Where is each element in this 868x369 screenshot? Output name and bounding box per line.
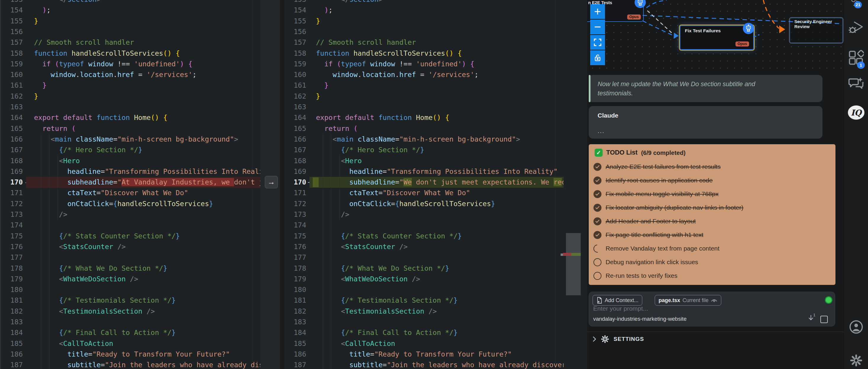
code-line[interactable]: 181 {/* Testimonials Section */} [0, 295, 260, 306]
code-line[interactable]: 186 title="Ready to Transform Your Futur… [285, 349, 564, 360]
code-line[interactable]: 178 {/* What We Do Section */} [285, 263, 564, 274]
code-line[interactable]: 168 <Hero [285, 155, 564, 166]
code-line[interactable]: 172 onCtaClick={handleScrollToServices} [285, 198, 564, 209]
code-line[interactable]: 162} [285, 91, 564, 102]
code-line[interactable]: 161 } [285, 80, 564, 91]
account-icon[interactable] [844, 320, 868, 334]
code-line[interactable]: 160 window.location.href = '/services'; [0, 69, 260, 80]
code-line[interactable]: 153 </section> [0, 0, 260, 5]
stop-button[interactable] [820, 316, 828, 323]
line-number: 165 [285, 123, 306, 134]
code-line[interactable]: 171 ctaText="Discover What We Do" [285, 188, 564, 198]
code-line[interactable]: 174 [285, 220, 564, 231]
code-line[interactable]: 173 /> [0, 209, 260, 220]
debug-run-icon[interactable] [844, 20, 868, 35]
code-line[interactable]: 164export default function Home() { [285, 112, 564, 123]
code-line[interactable]: 163 [285, 102, 564, 113]
code-line[interactable]: 177 [285, 252, 564, 263]
current-file-chip[interactable]: page.tsx Current file [655, 295, 721, 306]
code-line[interactable]: 168 <Hero [0, 155, 260, 166]
code-line[interactable]: 155} [285, 16, 564, 27]
code-line[interactable]: 172 onCtaClick={handleScrollToServices} [0, 198, 260, 209]
fit-view-button[interactable] [590, 35, 605, 50]
code-line[interactable]: 161 } [0, 80, 260, 91]
code-line[interactable]: 157// Smooth scroll handler [0, 37, 260, 48]
code-line[interactable]: 159 if (typeof window !== 'undefined') { [285, 59, 564, 69]
code-line[interactable]: 154 ); [0, 5, 260, 16]
code-line[interactable]: 179 <WhatWeDoSection /> [285, 274, 564, 285]
iq-logo[interactable]: IQ [848, 106, 864, 120]
code-line[interactable]: 162} [0, 91, 260, 102]
code-line[interactable]: 154 ); [285, 5, 564, 16]
diff-pane-modified[interactable]: 153 </section>154 );155}156157// Smooth … [285, 0, 564, 369]
iq-logo[interactable]: IQ [844, 106, 868, 120]
code-line[interactable]: 164export default function Home() { [0, 112, 260, 123]
code-line[interactable]: 153 </section> [285, 0, 564, 5]
chat-sparkles-icon[interactable] [844, 77, 868, 92]
accept-change-button[interactable]: → [265, 176, 278, 188]
prompt-composer[interactable]: Add Context... page.tsx Current file Ent… [589, 292, 835, 327]
queue-download-icon[interactable]: 1 [807, 314, 814, 322]
code-line[interactable]: 171 ctaText="Discover What We Do" [0, 188, 260, 198]
code-line[interactable]: 184 {/* Final Call to Action */} [0, 327, 260, 338]
code-line[interactable]: 167 {/* Hero Section */} [285, 144, 564, 155]
code-line[interactable]: 187 subtitle="Join the leaders who have … [285, 360, 564, 369]
zoom-in-button[interactable] [590, 4, 605, 19]
code-line[interactable]: 183 [285, 317, 564, 328]
code-line[interactable]: 170+ subheadline="We don't just meet exp… [285, 177, 564, 188]
code-line[interactable]: 178 {/* What We Do Section */} [0, 263, 260, 274]
code-line[interactable]: 187 subtitle="Join the leaders who have … [0, 360, 260, 369]
code-line[interactable]: 166 <main className="min-h-screen bg-bac… [0, 134, 260, 145]
code-line[interactable]: 185 <CallToAction [0, 338, 260, 349]
code-line[interactable]: 167 {/* Hero Section */} [0, 144, 260, 155]
diff-sign [306, 188, 316, 198]
code-line[interactable]: 182 <TestimonialsSection /> [285, 306, 564, 317]
code-line[interactable]: 173 /> [285, 209, 564, 220]
code-line[interactable]: 157// Smooth scroll handler [285, 37, 564, 48]
code-line[interactable]: 159 if (typeof window !== 'undefined') { [0, 59, 260, 69]
code-line[interactable]: 163 [0, 102, 260, 113]
line-number: 184 [285, 327, 306, 338]
settings-section-toggle[interactable]: SETTINGS [592, 335, 644, 343]
zoom-out-button[interactable] [590, 20, 605, 34]
code-line[interactable]: 165 return ( [0, 123, 260, 134]
code-line[interactable]: 176 <StatsCounter /> [0, 242, 260, 252]
code-line[interactable]: 180 [285, 284, 564, 295]
code-line[interactable]: 177 [0, 252, 260, 263]
code-line[interactable]: 158function handleScrollToServices() { [0, 48, 260, 59]
indent-guide [339, 155, 340, 220]
code-line[interactable]: 185 <CallToAction [285, 338, 564, 349]
code-line[interactable]: 174 [0, 220, 260, 231]
code-line[interactable]: 179 <WhatWeDoSection /> [0, 274, 260, 285]
diff-sign [23, 274, 34, 285]
diff-pane-original[interactable]: 153 </section>154 );155}156157// Smooth … [0, 0, 260, 369]
workflow-canvas[interactable]: Fix Test Failures Security Engineer Revi… [587, 0, 844, 74]
diff-sign [306, 80, 316, 91]
code-line[interactable]: 169 headline="Transforming Possibilities… [0, 166, 260, 177]
code-line[interactable]: 158function handleScrollToServices() { [285, 48, 564, 59]
code-line[interactable]: 180 [0, 284, 260, 295]
code-line[interactable]: 155} [0, 16, 260, 27]
code-line[interactable]: 166 <main className="min-h-screen bg-bac… [285, 134, 564, 145]
code-line[interactable]: 181 {/* Testimonials Section */} [285, 295, 564, 306]
code-line[interactable]: 156 [0, 26, 260, 37]
code-line[interactable]: 156 [285, 26, 564, 37]
code-line[interactable]: 169 headline="Transforming Possibilities… [285, 166, 564, 177]
add-context-button[interactable]: Add Context... [593, 295, 642, 306]
settings-gear-icon[interactable] [844, 353, 868, 367]
code-line[interactable]: 186 title="Ready to Transform Your Futur… [0, 349, 260, 360]
scrollbar-thumb[interactable] [566, 233, 581, 295]
prompt-input[interactable]: Enter your prompt... [593, 305, 648, 312]
code-line[interactable]: 165 return ( [285, 123, 564, 134]
lock-button[interactable] [590, 50, 605, 65]
todo-list-card: ✓ TODO List (6/9 completed) Analyze E2E … [589, 144, 835, 285]
diff-sign [23, 166, 34, 177]
code-line[interactable]: 182 <TestimonialsSection /> [0, 306, 260, 317]
code-line[interactable]: 175 {/* Stats Counter Section */} [0, 231, 260, 242]
code-line[interactable]: 160 window.location.href = '/services'; [285, 69, 564, 80]
code-line[interactable]: 183 [0, 317, 260, 328]
code-line[interactable]: 175 {/* Stats Counter Section */} [285, 231, 564, 242]
code-line[interactable]: 170- subheadline="At Vandalay Industries… [0, 177, 260, 188]
code-line[interactable]: 176 <StatsCounter /> [285, 242, 564, 252]
code-line[interactable]: 184 {/* Final Call to Action */} [285, 327, 564, 338]
